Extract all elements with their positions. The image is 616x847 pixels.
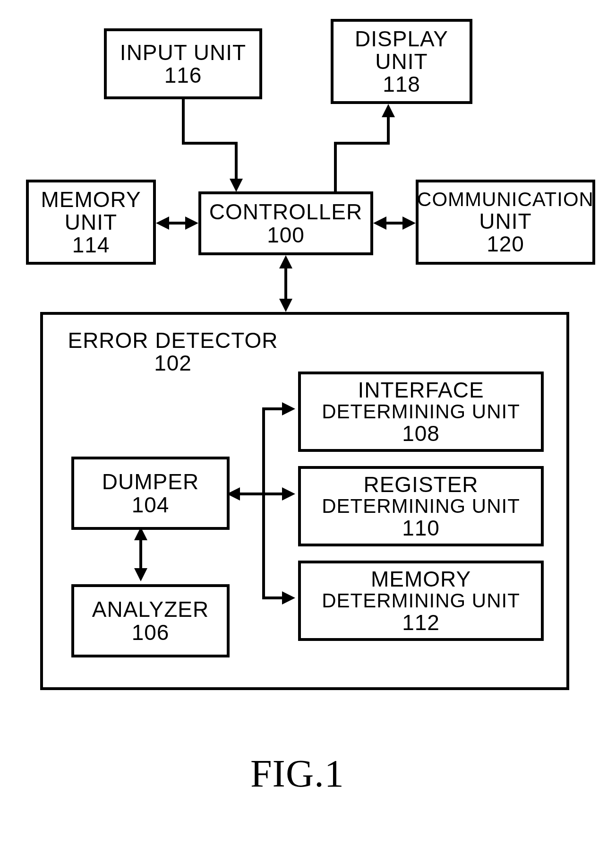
- ref-error-detector: 102: [154, 352, 192, 374]
- block-error-detector: ERROR DETECTOR 102 DUMPER 104 ANALYZER 1…: [40, 312, 569, 690]
- label-memory-det-2: DETERMINING UNIT: [322, 590, 520, 611]
- conn-controller-display-v1: [334, 142, 337, 191]
- block-display-unit: DISPLAY UNIT 118: [331, 19, 472, 104]
- block-dumper: DUMPER 104: [71, 457, 230, 530]
- label-register-det-2: DETERMINING UNIT: [322, 496, 520, 517]
- label-error-detector: ERROR DETECTOR: [68, 329, 278, 352]
- block-input-unit: INPUT UNIT 116: [104, 28, 262, 99]
- block-register-determining-unit: REGISTER DETERMINING UNIT 110: [298, 466, 544, 546]
- ref-communication-unit: 120: [487, 233, 524, 255]
- conn-input-controller-v2: [235, 142, 238, 180]
- block-communication-unit: COMMUNICATION UNIT 120: [416, 180, 595, 265]
- conn-dumper-bus: [239, 493, 283, 495]
- block-controller: CONTROLLER 100: [198, 191, 373, 255]
- ref-controller: 100: [267, 224, 305, 246]
- conn-controller-display-h: [334, 142, 390, 145]
- arrow-controller-err-u: [279, 255, 292, 268]
- label-register-det-1: REGISTER: [363, 473, 478, 496]
- ref-memory-unit: 114: [72, 233, 110, 256]
- block-memory-determining-unit: MEMORY DETERMINING UNIT 112: [298, 561, 544, 641]
- conn-controller-err: [284, 267, 287, 300]
- arrow-dumper-analyzer-u: [134, 527, 147, 540]
- ref-register-det: 110: [402, 517, 440, 539]
- diagram-canvas: INPUT UNIT 116 DISPLAY UNIT 118 MEMORY U…: [0, 0, 616, 847]
- label-memory-det-1: MEMORY: [371, 568, 471, 590]
- figure-caption: FIG.1: [250, 752, 344, 796]
- conn-input-controller-h: [182, 142, 238, 145]
- label-dumper: DUMPER: [102, 470, 199, 493]
- label-interface-det-2: DETERMINING UNIT: [322, 401, 520, 422]
- label-display-unit-1: DISPLAY: [355, 27, 448, 50]
- arrow-bus-memdet: [282, 591, 295, 605]
- ref-display-unit: 118: [383, 73, 420, 95]
- label-memory-unit-2: UNIT: [65, 211, 117, 233]
- arrow-dumper-analyzer-d: [134, 568, 147, 581]
- arrow-controller-display: [382, 104, 395, 117]
- arrow-controller-err-d: [279, 299, 292, 312]
- conn-bus-vertical: [262, 409, 265, 598]
- arrow-input-controller: [230, 179, 243, 192]
- label-controller: CONTROLLER: [209, 200, 362, 223]
- label-input-unit: INPUT UNIT: [120, 41, 246, 64]
- arrow-dumper-bus-l: [227, 487, 240, 501]
- label-interface-det-1: INTERFACE: [358, 379, 484, 401]
- label-analyzer: ANALYZER: [92, 598, 209, 621]
- block-memory-unit: MEMORY UNIT 114: [26, 180, 156, 265]
- conn-bus-interface: [262, 407, 283, 410]
- arrow-controller-comm-r: [402, 216, 416, 230]
- arrow-bus-interface: [282, 402, 295, 415]
- conn-controller-display-v2: [387, 117, 390, 144]
- label-communication-unit-1: COMMUNICATION: [417, 189, 594, 210]
- label-display-unit-2: UNIT: [375, 50, 428, 73]
- block-interface-determining-unit: INTERFACE DETERMINING UNIT 108: [298, 372, 544, 452]
- ref-dumper: 104: [132, 493, 170, 516]
- arrow-memory-controller-r: [185, 216, 198, 230]
- arrow-dumper-bus-r: [282, 487, 295, 501]
- title-error-detector: ERROR DETECTOR 102: [74, 329, 272, 375]
- conn-bus-memdet: [262, 596, 283, 599]
- conn-input-controller-v1: [182, 99, 185, 144]
- arrow-controller-comm-l: [373, 216, 386, 230]
- label-memory-unit-1: MEMORY: [41, 188, 141, 211]
- ref-analyzer: 106: [132, 621, 170, 644]
- ref-memory-det: 112: [402, 611, 440, 634]
- conn-dumper-analyzer: [139, 539, 142, 570]
- ref-interface-det: 108: [402, 422, 440, 445]
- arrow-memory-controller-l: [156, 216, 169, 230]
- block-analyzer: ANALYZER 106: [71, 584, 230, 657]
- ref-input-unit: 116: [164, 64, 202, 86]
- label-communication-unit-2: UNIT: [479, 210, 531, 233]
